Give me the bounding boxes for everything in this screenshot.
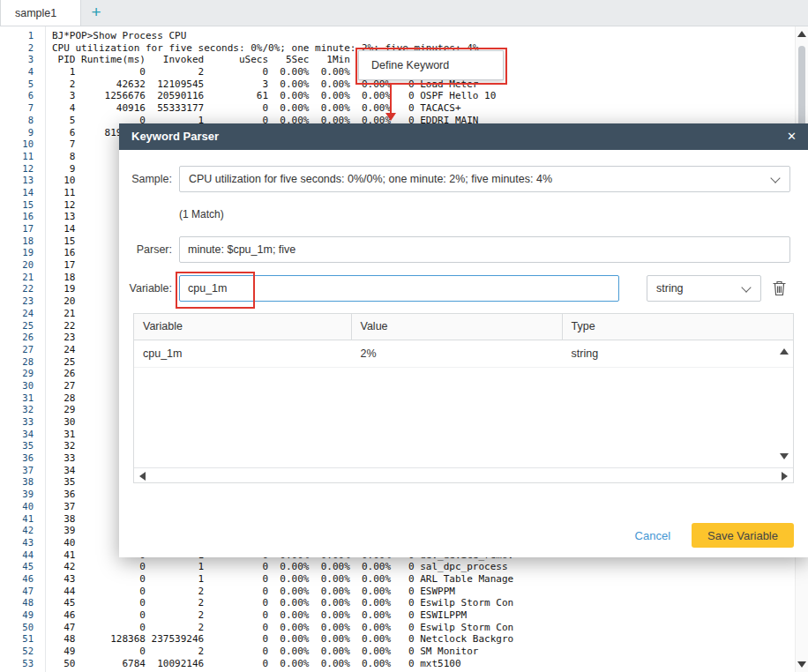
table-header-cell: Type: [563, 314, 793, 340]
console-line-text: 33: [46, 452, 76, 465]
console-line: 45 42 0 1 0 0.00% 0.00% 0.00% 0 sal_dpc_…: [0, 561, 808, 573]
console-line: 7 4 40916 55333177 0 0.00% 0.00% 0.00% 0…: [0, 102, 808, 115]
type-select-value: string: [656, 276, 684, 301]
cancel-button[interactable]: Cancel: [635, 529, 670, 542]
line-number: 45: [0, 561, 46, 573]
line-number: 44: [0, 549, 46, 562]
line-number: 14: [0, 187, 46, 199]
line-number: 17: [0, 223, 46, 235]
console-line: 47 44 0 2 0 0.00% 0.00% 0.00% 0 ESWPPM: [0, 586, 808, 598]
menu-item-define-keyword[interactable]: Define Keyword: [359, 51, 503, 79]
console-line: 50 47 0 2 0 0.00% 0.00% 0.00% 0 Eswilp S…: [0, 622, 808, 634]
table-scroll-left-icon[interactable]: [139, 472, 146, 481]
table-cell: string: [563, 340, 793, 367]
line-number: 18: [0, 235, 46, 248]
console-line-text: 14: [46, 223, 76, 235]
line-number: 50: [0, 622, 46, 634]
table-scroll-up-icon[interactable]: [780, 348, 789, 355]
tab-bar: sample1 +: [0, 0, 808, 26]
tab-sample1[interactable]: sample1: [0, 0, 81, 26]
console-line-text: 15: [46, 235, 76, 248]
annotation-arrow-line: [390, 83, 392, 113]
context-menu: Define Keyword: [358, 50, 504, 80]
line-number: 39: [0, 489, 46, 501]
sample-select[interactable]: CPU utilization for five seconds: 0%/0%;…: [179, 166, 790, 192]
line-number: 49: [0, 609, 46, 622]
close-icon[interactable]: ✕: [787, 123, 797, 150]
table-hscrollbar[interactable]: [134, 467, 793, 482]
console-line-text: 40: [46, 537, 76, 549]
console-line-text: 48 128368 237539246 0 0.00% 0.00% 0.00% …: [46, 633, 513, 646]
line-number: 10: [0, 138, 46, 151]
type-select[interactable]: string: [647, 275, 761, 302]
console-line-text: 7: [46, 138, 76, 151]
console-line-text: 11: [46, 187, 76, 199]
console-line-text: 18: [46, 272, 76, 284]
line-number: 12: [0, 163, 46, 175]
line-number: 25: [0, 320, 46, 332]
console-line: 1BJ*POP>Show Process CPU: [0, 30, 808, 42]
console-line: 6 3 1256676 20590116 61 0.00% 0.00% 0.00…: [0, 90, 808, 102]
parser-input[interactable]: [179, 236, 790, 263]
console-line-text: 28: [46, 392, 76, 405]
line-number: 6: [0, 90, 46, 102]
console-scrollbar-thumb[interactable]: [798, 46, 805, 130]
annotation-arrow-head: [385, 113, 396, 121]
line-number: 11: [0, 151, 46, 163]
console-line-text: BJ*POP>Show Process CPU: [46, 30, 186, 42]
line-number: 42: [0, 525, 46, 537]
console-line-text: 35: [46, 476, 76, 489]
line-number: 53: [0, 658, 46, 670]
variable-input[interactable]: [179, 275, 619, 302]
console-line-text: 6 819: [46, 127, 122, 139]
console-line: 46 43 0 1 0 0.00% 0.00% 0.00% 0 ARL Tabl…: [0, 573, 808, 586]
console-line-text: PID Runtime(ms) Invoked uSecs 5Sec 1Min: [46, 54, 350, 66]
tab-label: sample1: [15, 7, 56, 19]
line-number: 28: [0, 356, 46, 369]
line-number: 19: [0, 247, 46, 259]
scroll-up-icon[interactable]: [797, 31, 806, 37]
add-tab-button[interactable]: +: [81, 0, 111, 26]
console-line-text: 29: [46, 404, 76, 416]
line-number: 15: [0, 199, 46, 212]
line-number: 8: [0, 115, 46, 127]
variable-label: Variable:: [119, 275, 172, 302]
table-scroll-down-icon[interactable]: [780, 453, 789, 459]
table-header: VariableValueType: [134, 314, 793, 340]
trash-icon[interactable]: [772, 280, 788, 297]
line-number: 27: [0, 344, 46, 356]
save-variable-button[interactable]: Save Variable: [692, 523, 794, 548]
sample-select-value: CPU utilization for five seconds: 0%/0%;…: [189, 167, 552, 191]
console-line-text: 30: [46, 416, 76, 429]
line-number: 38: [0, 476, 46, 489]
line-number: 9: [0, 127, 46, 139]
line-number: 32: [0, 404, 46, 416]
console-line-text: 13: [46, 211, 76, 223]
line-number: 31: [0, 392, 46, 405]
console-line-text: 3 1256676 20590116 61 0.00% 0.00% 0.00% …: [46, 90, 496, 102]
console-line-text: 23: [46, 332, 76, 344]
console-line-text: 31: [46, 429, 76, 441]
console-line-text: 25: [46, 356, 76, 369]
console-line-text: 27: [46, 380, 76, 392]
console-line: 49 46 0 2 0 0.00% 0.00% 0.00% 0 ESWILPPM: [0, 609, 808, 622]
line-number: 21: [0, 272, 46, 284]
console-line-text: 26: [46, 368, 76, 380]
scroll-down-icon[interactable]: [797, 661, 806, 668]
console-line: 48 45 0 2 0 0.00% 0.00% 0.00% 0 Eswilp S…: [0, 597, 808, 609]
console-line-text: 43 0 1 0 0.00% 0.00% 0.00% 0 ARL Table M…: [46, 573, 513, 586]
table-row[interactable]: cpu_1m2%string: [134, 340, 793, 368]
line-number: 22: [0, 283, 46, 295]
line-number: 23: [0, 295, 46, 308]
console-line-text: 37: [46, 501, 76, 513]
console-line-text: 9: [46, 163, 76, 175]
keyword-parser-dialog: Keyword Parser ✕ Sample: CPU utilization…: [119, 123, 808, 557]
console-line-text: 16: [46, 247, 76, 259]
parser-label: Parser:: [119, 236, 172, 263]
table-scroll-right-icon[interactable]: [782, 472, 788, 481]
line-number: 1: [0, 30, 46, 42]
line-number: 33: [0, 416, 46, 429]
chevron-down-icon: [741, 282, 751, 292]
line-number: 36: [0, 452, 46, 465]
match-count: (1 Match): [179, 208, 224, 220]
